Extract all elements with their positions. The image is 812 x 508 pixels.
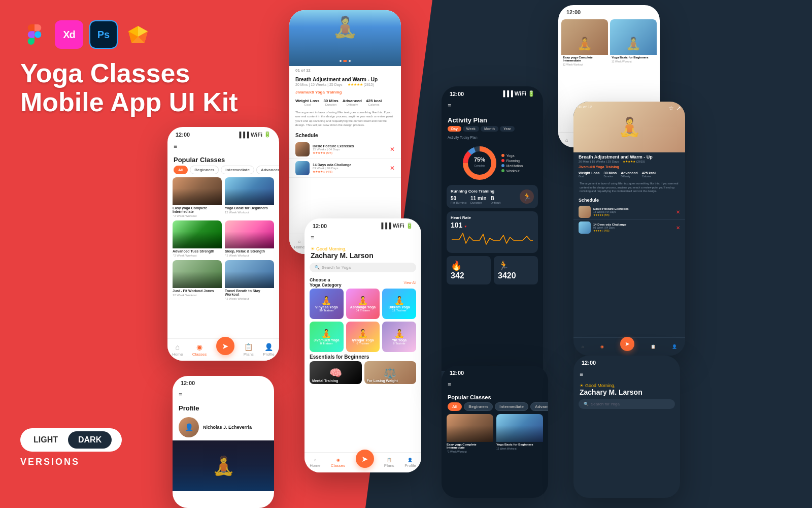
- course-hero-img: 🧘: [289, 10, 401, 66]
- search-bar-8[interactable]: 🔍 Search for Yoga: [579, 399, 675, 409]
- remove-icon-2[interactable]: ✕: [390, 165, 395, 172]
- hero-img-6: 🧘 01 of 12 ☆ ↗: [573, 102, 685, 152]
- phone-breath-light: 🧘 01 of 12 Breath Adjustment and Warm - …: [289, 10, 401, 254]
- cat-yin[interactable]: 🧘 Yin Yoga 8 Trainer: [382, 322, 416, 352]
- class-card-1[interactable]: Easy yoga Complete Intermediate 12 Week …: [173, 177, 222, 217]
- phone-screen-3: 12:00 ▐▐▐ WiFi 🔋 ≡ ☀ Good Morning, Zacha…: [304, 218, 421, 472]
- essential-losing[interactable]: ⚖️ For Losing Weight: [364, 361, 417, 384]
- thumb-2[interactable]: 🧘 Yoga Basic for Beginners 12 Week Worko…: [610, 19, 657, 68]
- tab-all[interactable]: All: [174, 166, 188, 174]
- remove-6-1[interactable]: ✕: [676, 209, 680, 215]
- tab-month[interactable]: Month: [481, 126, 498, 132]
- nav-home-2[interactable]: ⌂ Home: [294, 239, 304, 249]
- sched-item-6-2[interactable]: 14 Days oda Challange 03 Week | 04 Days …: [573, 220, 685, 235]
- nav-home-3[interactable]: ⌂ Home: [310, 458, 320, 468]
- class-card-4[interactable]: Sleep, Relax & Strength 12 Week Workout: [225, 220, 274, 257]
- class-card-6[interactable]: Travel Breath to Stay Workout 12 Week Wo…: [225, 260, 274, 300]
- hamburger-8[interactable]: ≡: [573, 368, 680, 381]
- sched-item-6-1[interactable]: Basic Posture Exercises 15 Weeks | 04 Da…: [573, 204, 685, 220]
- schedule-item-2[interactable]: 14 Days oda Challange 03 Week | 04 Days …: [289, 159, 401, 178]
- class-label-2: Yoga Basic for Beginners: [225, 205, 274, 211]
- nav-plans-1[interactable]: 📋 Plans: [244, 343, 254, 357]
- running-title: Running Core Training: [451, 189, 500, 194]
- hamburger-3[interactable]: ≡: [304, 231, 421, 244]
- activity-today-label: Activity Today Plan: [442, 134, 543, 141]
- tab-year[interactable]: Year: [500, 126, 515, 132]
- schedule-item-1[interactable]: Basic Posture Exercises 15 Weeks | 04 Da…: [289, 140, 401, 159]
- tab-week[interactable]: Week: [463, 126, 479, 132]
- class-card-5[interactable]: Just - Fit Workout Jones 12 Week Workout: [173, 260, 222, 300]
- tab-intermediate[interactable]: Intermediate: [221, 166, 254, 174]
- class-sub-2: 12 Week Workout: [225, 211, 274, 214]
- nav-home-1[interactable]: ⌂ Home: [172, 343, 183, 357]
- badge-container: LIGHT DARK: [20, 428, 122, 452]
- filter-tabs-7: All Beginners Intermediate Advanced: [442, 402, 548, 414]
- search-bar-3[interactable]: 🔍 Search for Yoga: [310, 263, 416, 272]
- fab-1[interactable]: ➤: [216, 337, 234, 355]
- hamburger-7[interactable]: ≡: [442, 378, 548, 391]
- class-img-1: [173, 177, 222, 205]
- tab-advanced[interactable]: Advanced: [256, 166, 279, 174]
- nav-classes-6[interactable]: ◉: [600, 344, 604, 349]
- tab-beginners-7[interactable]: Beginners: [464, 402, 493, 411]
- class-img-2: [225, 177, 274, 205]
- class-img-7-2: [496, 414, 543, 442]
- hamburger-4[interactable]: ≡: [442, 99, 543, 112]
- cat-iyengar[interactable]: 🧘 Iyengar Yoga 6 Trainer: [346, 322, 380, 352]
- cat-ashtanga[interactable]: 🧘 Ashtanga Yoga 04 Trainer: [346, 289, 380, 319]
- nav-classes-3[interactable]: ◉ Classes: [331, 458, 345, 468]
- cat-bikram[interactable]: 🧘 Bikram Yoga 12 Trainer: [382, 289, 416, 319]
- star-icon-6[interactable]: ☆: [668, 105, 674, 112]
- remove-icon-1[interactable]: ✕: [390, 146, 395, 153]
- essential-mental[interactable]: 🧠 Mental Training: [310, 361, 362, 384]
- popular-classes-title: Popular Classes: [167, 153, 279, 166]
- class-label-4: Sleep, Relax & Strength: [225, 248, 274, 254]
- class-grid-1: Easy yoga Complete Intermediate 12 Week …: [167, 177, 279, 300]
- greeting-name-8: Zachary M. Larson: [573, 388, 680, 399]
- phone-activity-dark: 12:00 ▐▐▐ WiFi 🔋 ≡ Activity Plan Day Wee…: [442, 86, 543, 391]
- info-cal-6: 425 kcal Calories: [642, 171, 656, 178]
- nav-classes-1[interactable]: ◉ Classes: [192, 343, 207, 357]
- yoga-dot: [501, 154, 504, 157]
- nav-plans-3[interactable]: 📋 Plans: [384, 458, 394, 468]
- main-title: Yoga Classes Mobile App UI Kit: [20, 59, 238, 117]
- bottom-nav-6: ⌂ ◉ ➤ 📋 👤: [573, 337, 685, 356]
- tab-day[interactable]: Day: [448, 126, 461, 132]
- cat-vinyasa[interactable]: 🧘 Vinyasa Yoga 30 Trainer: [310, 289, 344, 319]
- action-icons-6: ☆ ↗: [668, 105, 681, 112]
- tab-beginners[interactable]: Beginners: [190, 166, 219, 174]
- class-card-7-1[interactable]: Easy yoga Complete Intermediate 12 Week …: [447, 414, 493, 453]
- view-all-3[interactable]: View All: [404, 281, 416, 284]
- info-difficulty: Advanced Difficulty: [343, 99, 362, 106]
- heart-rate-section: Heart Rate 101 ♥: [447, 211, 538, 253]
- running-stats: 50 Fat Burning 11 min Duration B Difficu…: [451, 196, 500, 204]
- hamburger-1[interactable]: ≡: [167, 140, 279, 153]
- class-card-3[interactable]: Advanced Tues Strength 12 Week Workout: [173, 220, 222, 257]
- cat-jivamukti[interactable]: 🧘 Jivamukti Yoga 8 Trainer: [310, 322, 344, 352]
- fab-6[interactable]: ➤: [620, 337, 634, 351]
- schedule-thumb-2: [295, 161, 310, 175]
- tab-advanced-7[interactable]: Advanced: [530, 402, 548, 411]
- class-label-1: Easy yoga Complete Intermediate: [173, 205, 222, 214]
- nav-plans-6[interactable]: 📋: [651, 344, 656, 349]
- fab-3[interactable]: ➤: [356, 450, 374, 468]
- nav-profile-3[interactable]: 👤 Profile: [404, 458, 416, 468]
- share-icon-6[interactable]: ↗: [676, 105, 681, 112]
- tab-all-7[interactable]: All: [448, 402, 462, 411]
- stat-calories: 🔥 342: [447, 256, 491, 284]
- nav-home-6[interactable]: ⌂: [582, 344, 584, 349]
- home-nav-5[interactable]: ⌂: [565, 137, 568, 143]
- ap-tabs: Day Week Month Year: [448, 126, 537, 132]
- class-card-2[interactable]: Yoga Basic for Beginners 12 Week Workout: [225, 177, 274, 217]
- nav-profile-6[interactable]: 👤: [672, 344, 677, 349]
- tab-intermediate-7[interactable]: Intermediate: [495, 402, 528, 411]
- remove-6-2[interactable]: ✕: [676, 225, 680, 231]
- classes-icon-3: ◉: [336, 458, 340, 462]
- class-label-5: Just - Fit Workout Jones: [173, 288, 222, 294]
- class-card-7-2[interactable]: Yoga Basic for Beginners 12 Week Workout: [496, 414, 543, 453]
- hamburger-9[interactable]: ≡: [173, 388, 274, 401]
- sched-info-6-2: 14 Days oda Challange 03 Week | 04 Days …: [593, 223, 626, 232]
- course-title-2: Breath Adjustment and Warm - Up: [295, 77, 395, 82]
- thumb-1[interactable]: 🧘 Easy yoga Complete Intermediate 12 Wee…: [561, 19, 608, 68]
- nav-profile-1[interactable]: 👤 Profile: [263, 343, 275, 357]
